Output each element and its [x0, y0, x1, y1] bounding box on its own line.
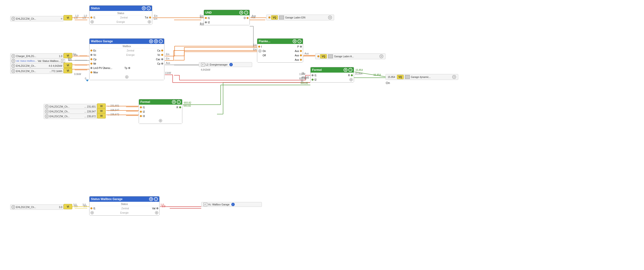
flanke-aus1-label: Aus [266, 50, 299, 53]
status-node: Status ⚙ i Status I1 Zentral Txt + Energ… [89, 5, 152, 25]
source-s3[interactable]: ⚙ Val: Status Wallbox... Val: Status Wal… [10, 58, 64, 64]
s2-gear-icon[interactable]: ⚙ [12, 54, 15, 58]
status-row-energie: + Energie + [90, 20, 152, 24]
wallbox-header: Wallbox Garage ⊞ ⚙ i [90, 39, 164, 44]
l2-energiemanager-block[interactable]: ↵ L2: Energiemanager i [199, 62, 252, 67]
s8-gear-icon[interactable]: ⚙ [45, 110, 49, 113]
status-add-port[interactable]: + [90, 20, 94, 24]
flanke-node: Flanke... ⚙ i I P + On Aus Off Aus [257, 38, 303, 63]
source-s1[interactable]: ⚙ EHLZGCZW_Ch... [10, 16, 64, 21]
swg-info-icon[interactable]: i [154, 197, 158, 201]
s3-gear-icon[interactable]: ⚙ [12, 59, 15, 63]
wallbox-info-icon[interactable]: i [159, 39, 163, 43]
svg-text:Aus: Aus [166, 62, 170, 64]
formel2-info-icon[interactable]: i [177, 100, 181, 104]
wallbox-row-mr: Mr Cp [90, 61, 164, 66]
formel1-gear-icon[interactable]: ⚙ [344, 68, 348, 72]
source-s5[interactable]: ⚙ EHLZGCZW_Ch... ...772.1kWh [10, 69, 64, 74]
source-s2[interactable]: ⚙ Charger_EHLZG... 1.0 [10, 53, 64, 59]
und-header: UND ⚙ i [204, 10, 250, 15]
val-formel2-r: 693,82 [184, 104, 191, 107]
source-s8[interactable]: ⚙ EHLZGCZW_Ch... ... 226,547 [44, 109, 97, 114]
vq3-gear-icon[interactable]: ⚙ [452, 75, 456, 79]
s7-gear-icon[interactable]: ⚙ [45, 105, 49, 109]
wallbox-gear-icon[interactable]: ⚙ [154, 39, 158, 43]
swg-add-port-r[interactable]: + [155, 211, 158, 214]
und-gear-icon[interactable]: ⚙ [239, 11, 243, 15]
vq2-vq-box: VQ [320, 54, 327, 59]
s4-gear-icon[interactable]: ⚙ [12, 64, 15, 68]
wb-lm3-port [90, 67, 92, 69]
wire-val-s1b: 1.0 [82, 17, 86, 19]
s10-vi-box: VI [64, 204, 72, 209]
s2-value: 1.0 [59, 55, 62, 58]
val-swg-out: 1.0 [162, 205, 165, 208]
svg-text:Ein: Ein [166, 53, 169, 56]
vq2-gear-icon[interactable]: ⚙ [380, 54, 383, 58]
vq-garage-laden-ein[interactable]: VQ Garage Laden EIN ⚙ [266, 15, 334, 21]
source-s7[interactable]: ⚙ EHLZGCZW_Ch... ... 231,601 [44, 104, 97, 109]
formel1-info-icon[interactable]: i [348, 68, 352, 72]
val-r-15854: 15,854 [355, 72, 362, 75]
source-s10[interactable]: ⚙ EHLZGCZW_Ch... 3.0 [10, 204, 64, 210]
s4-label: EHLZGCZW_Ch... [16, 65, 36, 67]
formel2-r-port [179, 106, 181, 108]
formel2-gear-icon[interactable]: ⚙ [172, 100, 176, 104]
l2-import-icon[interactable]: ↵ [201, 63, 205, 66]
status-out-port [149, 17, 151, 19]
flanke-gear-icon[interactable]: ⚙ [293, 39, 296, 43]
flanke-row-i: I P [257, 45, 303, 49]
vq1-gear-icon[interactable]: ⚙ [328, 16, 332, 20]
formel2-row-i3: I3 [139, 114, 182, 118]
status-gear-icon[interactable]: ⚙ [142, 6, 146, 10]
s5-label: EHLZGCZW_Ch... [16, 70, 36, 73]
status-header: Status ⚙ i [90, 6, 152, 11]
s1-vi-box: VI [64, 15, 72, 21]
wallbox-subtitle: Wallbox [90, 45, 164, 48]
s5-gear-icon[interactable]: ⚙ [12, 69, 15, 73]
wb-mr-label: Mr [93, 62, 106, 65]
und-info-icon[interactable]: i [244, 11, 248, 15]
formel2-i3-label: I3 [143, 115, 145, 118]
vc-wallbox-garage-block[interactable]: ↵ Vc: Wallbox Garage i [201, 202, 262, 207]
l2-info-icon[interactable]: i [230, 63, 233, 66]
source-s4[interactable]: ⚙ EHLZGCZW_Ch... 4.6 4,642kW [10, 63, 64, 69]
val-f2-i2: ... 226,547 [108, 109, 119, 111]
wallbox-add-port[interactable]: + [125, 75, 128, 79]
status-wallbox-body: Status I1 Zentral Val + Energie + [90, 202, 159, 215]
vq-garage-laden-a[interactable]: VQ Garage Laden A... ⚙ [315, 53, 386, 59]
flanke-header: Flanke... ⚙ i [257, 39, 303, 44]
status-wallbox-title: Status Wallbox Garage [91, 197, 122, 201]
formel2-add-port[interactable]: + [159, 119, 162, 122]
s1-gear-icon[interactable]: ⚙ [12, 17, 15, 21]
formel1-body: I1 R I2 + [310, 73, 354, 82]
flanke-info-icon[interactable]: i [298, 39, 302, 43]
swg-gear-icon[interactable]: ⚙ [149, 197, 153, 201]
formel1-add-port[interactable]: + [350, 78, 353, 81]
wb-vc2-label: Vc [156, 54, 160, 56]
vq-garage-dynamic[interactable]: 15.854 VQ Garage dynamic... ⚙ [386, 74, 458, 80]
s4-vi-box: VI [64, 63, 72, 68]
swg-val-port [156, 207, 158, 209]
swg-add-port[interactable]: + [90, 211, 94, 214]
und-i1-label: I1 [208, 17, 210, 20]
wallbox-grid-icon[interactable]: ⊞ [149, 39, 153, 43]
formel1-r-label: R [319, 74, 350, 77]
s3-import-icon[interactable]: ↵ [61, 59, 65, 63]
status-info-icon[interactable]: i [147, 6, 150, 10]
und-row-i1: I1 O [204, 16, 250, 20]
formel1-i1-port [312, 74, 314, 76]
svg-text:15.854: 15.854 [374, 74, 381, 76]
formel1-node: Formel ⚙ i I1 R I2 + [310, 67, 354, 83]
svg-text:693,82: 693,82 [301, 82, 308, 85]
vc-info-icon[interactable]: i [231, 203, 235, 206]
s9-gear-icon[interactable]: ⚙ [45, 114, 49, 118]
vc-import-icon[interactable]: ↵ [204, 203, 207, 206]
s10-gear-icon[interactable]: ⚙ [12, 205, 15, 209]
flanke-off-label: Off [262, 54, 266, 57]
source-s9[interactable]: ⚙ EHLZGCZW_Ch... ... 235,672 [44, 114, 97, 119]
status-body: Status I1 Zentral Txt + Energie + [90, 11, 152, 25]
status-add-port-right[interactable]: + [148, 20, 151, 24]
flanke-add-port[interactable]: + [258, 49, 262, 53]
status-zentral-label: Zentral [103, 16, 145, 19]
